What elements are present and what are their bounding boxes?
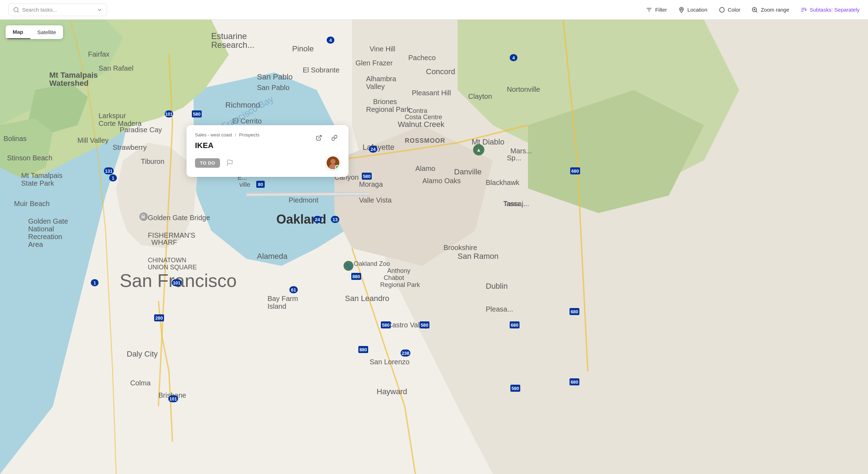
svg-text:1: 1 [93,280,96,286]
svg-text:580: 580 [382,322,390,328]
svg-text:National: National [28,225,54,233]
popup-actions-row: TO DO [195,156,340,170]
search-container[interactable]: Search tasks... [8,4,107,16]
svg-text:4: 4 [512,55,515,60]
svg-text:580: 580 [363,174,371,179]
flag-icon [226,159,233,166]
svg-text:Daly City: Daly City [127,350,158,358]
location-label: Location [687,7,707,13]
map-container[interactable]: Mt Tamalpais Watershed Fairfax San Rafae… [0,20,868,474]
zoom-icon [751,7,758,13]
svg-text:WHARF: WHARF [151,238,177,246]
svg-text:San Pablo: San Pablo [257,72,293,81]
svg-text:UNION SQUARE: UNION SQUARE [148,264,197,271]
svg-text:131: 131 [105,168,113,174]
svg-text:Paradise Cay: Paradise Cay [120,126,162,134]
svg-text:61: 61 [291,287,296,293]
svg-text:Pacheco: Pacheco [408,54,436,62]
svg-text:Larkspur: Larkspur [99,112,126,120]
satellite-view-button[interactable]: Satellite [30,25,63,39]
svg-line-8 [756,11,757,12]
svg-text:680: 680 [571,379,578,385]
svg-text:880: 880 [352,274,360,279]
svg-text:580: 580 [421,322,428,328]
filter-button[interactable]: Filter [646,7,667,13]
svg-text:Danville: Danville [454,167,482,176]
svg-text:880: 880 [359,347,367,352]
link-button[interactable] [329,132,340,143]
svg-text:Moraga: Moraga [359,180,383,188]
svg-text:Briones: Briones [373,98,397,105]
svg-text:San Pablo: San Pablo [257,84,289,91]
toolbar-right: Filter Location Color Zoom range [646,7,860,13]
svg-text:Muir Beach: Muir Beach [14,200,50,207]
svg-text:280: 280 [155,315,163,321]
search-icon [13,7,19,13]
svg-text:13: 13 [333,217,338,222]
svg-text:🏛: 🏛 [141,214,146,219]
svg-text:Alamo Oaks: Alamo Oaks [422,177,461,185]
location-icon [678,7,685,13]
svg-text:Lafayette: Lafayette [363,143,395,152]
svg-text:Vine Hill: Vine Hill [370,45,395,53]
svg-text:ville: ville [239,181,250,188]
svg-text:Brookshire: Brookshire [444,244,477,251]
svg-text:Alhambra: Alhambra [366,75,396,83]
open-external-button[interactable] [313,132,325,143]
assignee-avatar[interactable] [326,156,340,170]
svg-text:Research...: Research... [211,40,254,50]
svg-text:Island: Island [268,302,286,310]
breadcrumb-separator: / [235,132,237,137]
svg-text:101: 101 [165,111,173,117]
zoom-range-button[interactable]: Zoom range [751,7,789,13]
subtasks-icon [800,7,807,13]
svg-text:Chabot: Chabot [384,274,404,281]
svg-text:State Park: State Park [21,179,54,187]
svg-line-169 [319,135,321,138]
svg-text:Regional Park: Regional Park [380,281,420,288]
svg-point-172 [331,159,335,164]
svg-text:Mill Valley: Mill Valley [77,136,109,144]
svg-text:Piedmont: Piedmont [289,196,319,204]
location-button[interactable]: Location [678,7,707,13]
svg-text:80: 80 [258,182,263,187]
subtasks-label: Subtasks: Separately [810,7,860,13]
svg-text:580: 580 [193,111,201,117]
svg-text:Clayton: Clayton [468,92,492,100]
svg-text:San Rafael: San Rafael [99,64,133,72]
svg-text:580: 580 [511,386,519,391]
map-background: Mt Tamalpais Watershed Fairfax San Rafae… [0,20,868,474]
svg-text:680: 680 [571,168,579,174]
svg-text:Nortonville: Nortonville [507,85,540,93]
color-button[interactable]: Color [719,7,741,13]
subtasks-button[interactable]: Subtasks: Separately [800,7,860,13]
flag-button[interactable] [224,157,235,168]
svg-text:Costa Centre: Costa Centre [405,114,442,121]
svg-text:Alamo: Alamo [415,165,435,172]
svg-text:Bay Farm: Bay Farm [268,295,298,302]
svg-text:24: 24 [315,217,320,222]
svg-text:🐾: 🐾 [346,263,352,269]
open-external-icon [316,135,322,141]
svg-text:101: 101 [169,396,177,402]
svg-text:Hayward: Hayward [377,387,407,396]
svg-text:Dublin: Dublin [486,282,508,290]
svg-text:680: 680 [571,309,578,314]
svg-text:Colma: Colma [130,379,151,387]
svg-text:4: 4 [329,38,332,43]
svg-text:Alameda: Alameda [257,252,288,261]
filter-label: Filter [655,7,667,13]
map-view-button[interactable]: Map [6,25,30,39]
svg-text:238: 238 [402,351,409,356]
breadcrumb-list: Sales - west coast [195,132,232,137]
filter-icon [646,7,652,13]
svg-text:Glen Frazer: Glen Frazer [356,59,393,67]
svg-text:Blackhawk: Blackhawk [486,179,520,186]
svg-point-5 [681,8,683,10]
svg-text:Sp...: Sp... [507,154,521,162]
svg-text:Stinson Beach: Stinson Beach [7,154,52,162]
toolbar: Search tasks... Filter Location Color [0,0,868,20]
svg-point-11 [805,9,806,10]
svg-line-1 [17,11,18,12]
status-badge[interactable]: TO DO [195,158,220,168]
